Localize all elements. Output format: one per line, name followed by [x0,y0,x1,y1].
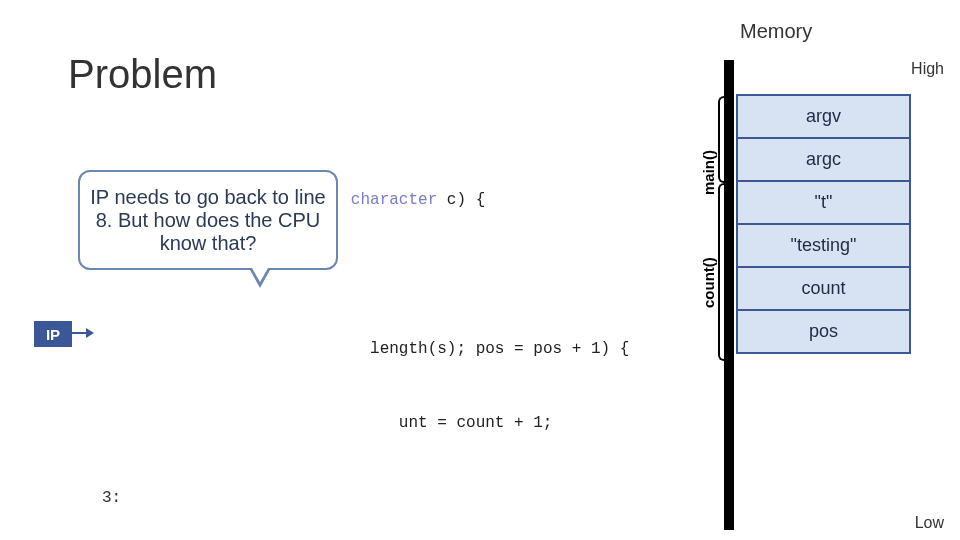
stack-cell: pos [736,309,911,354]
stack-cell: "t" [736,180,911,225]
tok: c) { [437,191,485,209]
memory-heading: Memory [740,20,812,43]
line-number [102,411,130,436]
tok: length(s); pos = pos + 1) { [370,340,629,358]
brace-main [718,96,726,183]
callout-box: IP needs to go back to line 8. But how d… [78,170,338,270]
frame-label-count: count() [700,218,717,348]
code-line-3: 3: [102,486,629,511]
slide-title: Problem [68,52,217,97]
brace-count [718,183,726,361]
line-number: 3: [102,486,130,511]
line-number [102,337,130,362]
stack-cell: argv [736,94,911,139]
instruction-pointer-badge: IP [34,321,72,347]
frame-label-main: main() [700,130,717,215]
memory-high-label: High [911,60,944,78]
kw: character [351,191,437,209]
stack-cell: argc [736,137,911,182]
memory-stack: argv argc "t" "testing" count pos [736,94,911,354]
stack-cell: count [736,266,911,311]
callout-tail-inner [252,268,268,282]
code-line-2b-partial: unt = count + 1; [102,411,629,436]
stack-cell: "testing" [736,223,911,268]
ip-arrow-icon [72,328,94,338]
code-line-2-partial: length(s); pos = pos + 1) { [102,337,629,362]
memory-low-label: Low [915,514,944,532]
tok: unt = count + 1; [399,414,553,432]
